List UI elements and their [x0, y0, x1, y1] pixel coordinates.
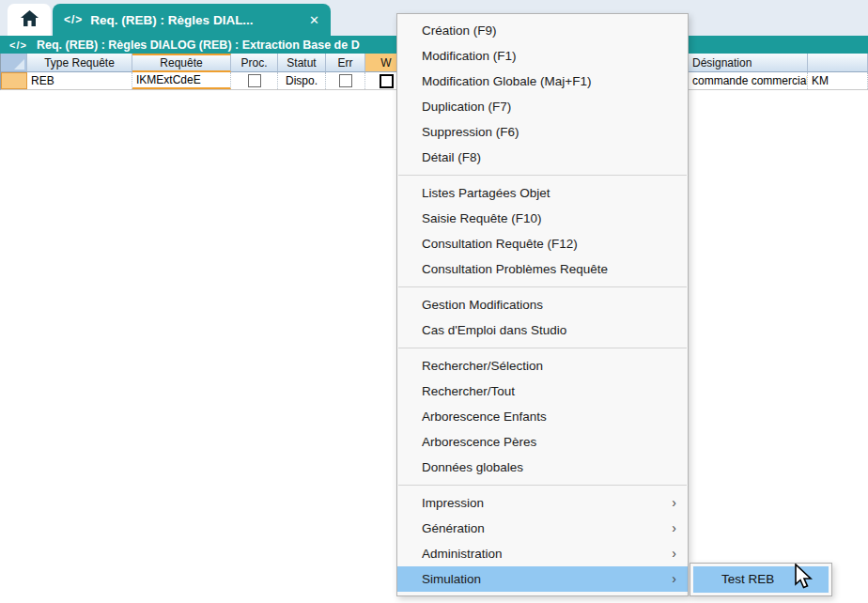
menu-separator: [398, 485, 687, 486]
column-header-type-requete[interactable]: Type Requête: [27, 54, 132, 72]
menu-separator: [398, 286, 687, 287]
tab-req-reb[interactable]: </> Req. (REB) : Règles DIAL... ✕: [53, 4, 331, 36]
menu-item-suppression[interactable]: Suppression (F6): [397, 119, 688, 145]
menu-item-modification-globale[interactable]: Modification Globale (Maj+F1): [397, 69, 688, 94]
chevron-right-icon: ›: [672, 566, 676, 592]
column-header-designation[interactable]: Désignation: [689, 54, 808, 72]
menu-item-label: Génération: [422, 521, 485, 535]
menu-item-modification[interactable]: Modification (F1): [397, 43, 688, 69]
tab-close-icon[interactable]: ✕: [309, 13, 319, 27]
menu-item-label: Impression: [422, 496, 484, 510]
menu-item-impression[interactable]: Impression ›: [397, 490, 688, 516]
column-header-err[interactable]: Err: [326, 54, 365, 72]
menu-item-cas-emploi-studio[interactable]: Cas d'Emploi dans Studio: [397, 317, 688, 343]
menu-item-generation[interactable]: Génération ›: [397, 516, 688, 541]
w-checkbox-focused[interactable]: [380, 74, 394, 88]
code-icon: </>: [64, 13, 83, 26]
menu-item-simulation[interactable]: Simulation ›: [397, 566, 688, 592]
tab-label: Req. (REB) : Règles DIAL...: [90, 13, 253, 27]
menu-item-gestion-modifications[interactable]: Gestion Modifications: [397, 292, 688, 317]
menu-item-rechercher-selection[interactable]: Rechercher/Sélection: [397, 353, 688, 379]
menu-separator: [398, 175, 687, 176]
grid-corner-selector[interactable]: [1, 54, 27, 72]
app-window: </> Req. (REB) : Règles DIAL... ✕ </> Re…: [0, 0, 868, 603]
cell-statut[interactable]: Dispo.: [278, 72, 326, 89]
menu-item-label: Simulation: [422, 572, 481, 586]
menu-item-detail[interactable]: Détail (F8): [397, 145, 688, 170]
row-selector-cell[interactable]: [1, 72, 27, 89]
cell-designation[interactable]: commande commerciales: [689, 72, 808, 89]
menu-item-label: Administration: [422, 547, 503, 561]
home-tab[interactable]: [8, 4, 51, 36]
menu-item-consultation-requete[interactable]: Consultation Requête (F12): [397, 231, 688, 256]
corner-triangle-icon: [14, 59, 24, 70]
menu-separator: [398, 348, 687, 348]
menu-item-rechercher-tout[interactable]: Rechercher/Tout: [397, 379, 688, 404]
chevron-right-icon: ›: [672, 541, 676, 566]
mouse-cursor-icon: [794, 564, 816, 594]
proc-checkbox[interactable]: [248, 74, 261, 87]
column-header-proc[interactable]: Proc.: [231, 54, 278, 72]
cell-last[interactable]: KM: [808, 72, 868, 89]
cell-requete[interactable]: IKMExtCdeE: [132, 72, 231, 89]
cell-err[interactable]: [326, 72, 365, 89]
menu-item-listes-partagees[interactable]: Listes Partagées Objet: [397, 180, 688, 206]
chevron-right-icon: ›: [672, 490, 676, 516]
menu-item-saisie-requete[interactable]: Saisie Requête (F10): [397, 206, 688, 231]
chevron-right-icon: ›: [672, 516, 676, 541]
code-icon: </>: [9, 39, 27, 51]
menu-item-arborescence-enfants[interactable]: Arborescence Enfants: [397, 404, 688, 429]
context-menu: Création (F9) Modification (F1) Modifica…: [396, 13, 689, 596]
column-header-statut[interactable]: Statut: [278, 54, 326, 72]
err-checkbox[interactable]: [339, 74, 352, 87]
cell-type-requete[interactable]: REB: [27, 72, 132, 89]
menu-item-duplication[interactable]: Duplication (F7): [397, 94, 688, 119]
view-title: Req. (REB) : Règles DIALOG (REB) : Extra…: [37, 39, 360, 52]
menu-item-arborescence-peres[interactable]: Arborescence Pères: [397, 429, 688, 455]
home-icon: [21, 10, 39, 30]
column-header-requete[interactable]: Requête: [132, 54, 231, 72]
cell-proc[interactable]: [231, 72, 278, 89]
menu-item-creation[interactable]: Création (F9): [397, 18, 688, 43]
menu-item-consultation-problemes[interactable]: Consultation Problèmes Requête: [397, 256, 688, 282]
menu-item-donnees-globales[interactable]: Données globales: [397, 455, 688, 480]
menu-item-administration[interactable]: Administration ›: [397, 541, 688, 566]
column-header-last[interactable]: [808, 54, 868, 72]
